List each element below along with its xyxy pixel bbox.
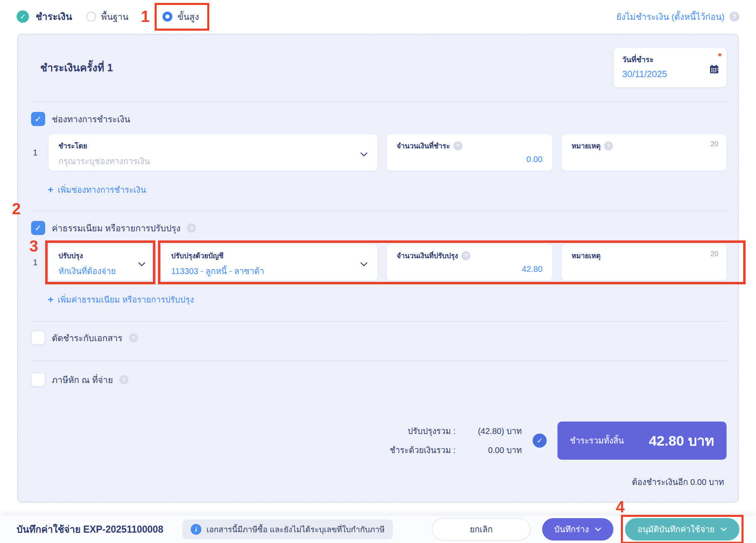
payment-date-value: 30/11/2025 bbox=[622, 69, 718, 80]
chevron-down-icon bbox=[595, 527, 601, 531]
approve-expense-label: อนุมัติบันทึกค่าใช้จ่าย bbox=[637, 523, 715, 536]
payment-channel-label: ช่องทางการชำระเงิน bbox=[52, 112, 130, 126]
paid-by-placeholder: กรุณาระบุช่องทางการเงิน bbox=[58, 155, 368, 168]
plus-icon: + bbox=[48, 295, 53, 305]
cash-total-label: ชำระด้วยเงินรวม : bbox=[390, 444, 456, 457]
adjust-amount-value: 42.80 bbox=[397, 264, 543, 274]
add-fee-adjustment-link[interactable]: + เพิ่มค่าธรรมเนียม หรือรายการปรับปรุง bbox=[48, 293, 194, 306]
paid-amount-field[interactable]: จำนวนเงินที่ชำระ ? 0.00 bbox=[387, 134, 552, 171]
remaining-amount-text: ต้องชำระเงินอีก 0.00 บาท bbox=[31, 475, 727, 489]
save-draft-button[interactable]: บันทึกร่าง bbox=[542, 518, 613, 541]
plus-icon: + bbox=[48, 185, 53, 195]
char-counter: 20 bbox=[710, 250, 718, 258]
grand-total-value: 42.80 บาท bbox=[649, 429, 714, 452]
chevron-down-icon bbox=[360, 261, 368, 268]
adjust-total-value: (42.80) บาท bbox=[460, 424, 522, 438]
doc-settlement-label: ตัดชำระกับเอกสาร bbox=[52, 331, 122, 345]
help-icon[interactable]: ? bbox=[187, 223, 196, 233]
add-payment-channel-label: เพิ่มช่องทางการชำระเงิน bbox=[58, 183, 146, 196]
payment-date-field[interactable]: วันที่ชำระ 30/11/2025 * bbox=[614, 48, 727, 87]
annotation-step-3: 3 bbox=[29, 238, 38, 254]
paid-amount-value: 0.00 bbox=[397, 155, 543, 164]
payment-summary: ปรับปรุงรวม : (42.80) บาท ชำระด้วยเงินรว… bbox=[31, 422, 727, 460]
fee-adjustment-row: 3 1 ปรับปรุง หักเงินที่ต้องจ่าย ปรับปรุง… bbox=[31, 244, 727, 281]
radio-advanced[interactable]: ขั้นสูง bbox=[162, 10, 199, 24]
divider bbox=[31, 361, 727, 361]
radio-advanced-label: ขั้นสูง bbox=[177, 10, 199, 24]
cancel-button[interactable]: ยกเลิก bbox=[432, 518, 531, 541]
add-fee-adjustment-label: เพิ่มค่าธรรมเนียม หรือรายการปรับปรุง bbox=[58, 293, 194, 306]
divider bbox=[31, 321, 727, 322]
radio-advanced-circle[interactable] bbox=[162, 12, 172, 22]
adjust-type-value: หักเงินที่ต้องจ่าย bbox=[58, 264, 134, 278]
help-icon[interactable]: ? bbox=[129, 333, 138, 342]
divider bbox=[31, 102, 727, 102]
help-icon[interactable]: ? bbox=[604, 141, 613, 150]
paid-by-label: ชำระโดย bbox=[58, 140, 368, 151]
radio-basic[interactable]: พื้นฐาน bbox=[86, 10, 128, 24]
paid-amount-label: จำนวนเงินที่ชำระ bbox=[397, 140, 450, 151]
adjust-amount-label: จำนวนเงินที่ปรับปรุง bbox=[397, 250, 458, 261]
grand-total-label: ชำระรวมทั้งสิ้น bbox=[570, 434, 624, 447]
unpaid-link[interactable]: ยังไม่ชำระเงิน (ตั้งหนี้ไว้ก่อน) bbox=[616, 10, 724, 24]
tax-info-banner: i เอกสารนี้มีภาษีซื้อ และยังไม่ได้ระบุเล… bbox=[182, 519, 393, 539]
paid-note-label: หมายเหตุ bbox=[572, 140, 601, 151]
adjust-account-label: ปรับปรุงด้วยบัญชี bbox=[171, 250, 368, 261]
paid-note-field[interactable]: หมายเหตุ ? 20 bbox=[562, 134, 727, 171]
fee-adjustment-checkbox[interactable]: ✓ bbox=[31, 221, 45, 235]
radio-basic-label: พื้นฐาน bbox=[101, 10, 128, 24]
adjust-amount-field[interactable]: จำนวนเงินที่ปรับปรุง ? 42.80 bbox=[387, 244, 552, 281]
adjust-account-dropdown[interactable]: ปรับปรุงด้วยบัญชี 113303 - ลูกหนี้ - ลาซ… bbox=[161, 244, 378, 281]
annotation-step-4: 4 bbox=[616, 499, 625, 515]
calendar-icon[interactable] bbox=[709, 64, 719, 76]
tax-info-text: เอกสารนี้มีภาษีซื้อ และยังไม่ได้ระบุเลขท… bbox=[206, 523, 385, 536]
adjust-type-dropdown[interactable]: ปรับปรุง หักเงินที่ต้องจ่าย bbox=[48, 244, 152, 281]
divider bbox=[31, 211, 727, 211]
payment-channel-checkbox[interactable]: ✓ bbox=[31, 112, 45, 126]
document-title: บันทึกค่าใช้จ่าย EXP-20251100008 bbox=[17, 522, 163, 537]
total-check-icon: ✓ bbox=[533, 434, 547, 448]
chevron-down-icon bbox=[720, 527, 727, 531]
footer-action-bar: บันทึกค่าใช้จ่าย EXP-20251100008 i เอกสา… bbox=[0, 516, 756, 543]
radio-basic-circle[interactable] bbox=[86, 12, 96, 22]
payment-date-label: วันที่ชำระ bbox=[622, 53, 718, 65]
payment-mode-radio-group: พื้นฐาน 1 ขั้นสูง bbox=[86, 3, 209, 31]
info-icon: i bbox=[191, 524, 201, 535]
char-counter: 20 bbox=[710, 140, 718, 148]
adjust-note-field[interactable]: หมายเหตุ 20 bbox=[562, 244, 727, 281]
payment-card: ชำระเงินครั้งที่ 1 วันที่ชำระ 30/11/2025… bbox=[17, 34, 739, 502]
annotation-step-1: 1 bbox=[141, 9, 150, 24]
doc-settlement-checkbox[interactable] bbox=[31, 331, 45, 345]
withholding-tax-label: ภาษีหัก ณ ที่จ่าย bbox=[52, 373, 113, 387]
payment-round-title: ชำระเงินครั้งที่ 1 bbox=[40, 59, 113, 76]
payment-section-header: ✓ ชำระเงิน พื้นฐาน 1 ขั้นสูง ยังไม่ชำระเ… bbox=[0, 0, 756, 33]
save-draft-label: บันทึกร่าง bbox=[554, 523, 589, 536]
chevron-down-icon bbox=[138, 261, 145, 268]
annotation-frame-advanced: ขั้นสูง bbox=[155, 3, 209, 31]
cash-total-value: 0.00 บาท bbox=[460, 444, 522, 457]
payment-complete-check-icon: ✓ bbox=[17, 10, 29, 23]
adjust-note-label: หมายเหตุ bbox=[572, 250, 601, 261]
adjust-type-label: ปรับปรุง bbox=[58, 250, 134, 261]
help-icon[interactable]: ? bbox=[729, 12, 739, 22]
grand-total-box: ชำระรวมทั้งสิ้น 42.80 บาท bbox=[557, 422, 727, 460]
annotation-step-2: 2 bbox=[12, 201, 21, 217]
paid-by-dropdown[interactable]: ชำระโดย กรุณาระบุช่องทางการเงิน bbox=[48, 134, 378, 171]
required-asterisk: * bbox=[718, 51, 722, 62]
fee-adjustment-label: ค่าธรรมเนียม หรือรายการปรับปรุง bbox=[52, 221, 180, 235]
help-icon[interactable]: ? bbox=[461, 251, 470, 260]
adjust-total-label: ปรับปรุงรวม : bbox=[390, 424, 456, 438]
chevron-down-icon bbox=[360, 151, 368, 158]
help-icon[interactable]: ? bbox=[453, 141, 463, 150]
row-number: 1 bbox=[31, 134, 39, 171]
withholding-tax-checkbox[interactable] bbox=[31, 373, 45, 387]
payment-section-title: ชำระเงิน bbox=[36, 9, 72, 24]
help-icon[interactable]: ? bbox=[119, 375, 128, 384]
approve-expense-button[interactable]: อนุมัติบันทึกค่าใช้จ่าย bbox=[625, 518, 739, 541]
payment-channel-row: 1 ชำระโดย กรุณาระบุช่องทางการเงิน จำนวนเ… bbox=[31, 134, 727, 171]
add-payment-channel-link[interactable]: + เพิ่มช่องทางการชำระเงิน bbox=[48, 183, 146, 196]
adjust-account-value: 113303 - ลูกหนี้ - ลาซาด้า bbox=[171, 264, 368, 278]
